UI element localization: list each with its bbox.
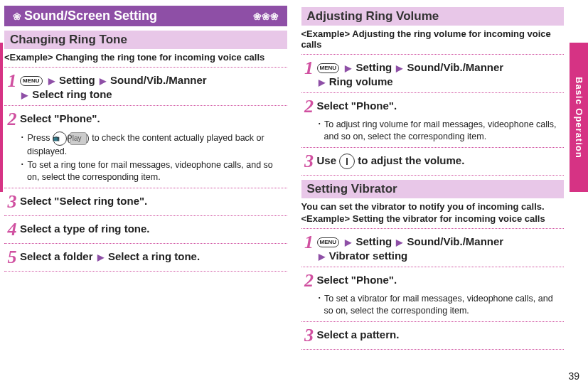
step-notes: ･ To set a vibrator for mail messages, v… bbox=[317, 293, 565, 317]
note-text: To set a vibrator for mail messages, vid… bbox=[324, 294, 553, 316]
step-text: Select a folder bbox=[20, 250, 93, 262]
step-number: 2 bbox=[301, 272, 317, 290]
step-2: 2 Select "Phone". bbox=[4, 110, 287, 129]
play-label: Play bbox=[70, 132, 86, 145]
example-text: <Example> Changing the ring tone for inc… bbox=[4, 52, 287, 63]
chevron-right-icon: ▶ bbox=[396, 63, 402, 73]
step-title: Select a pattern. bbox=[317, 326, 565, 342]
step-title: Select "Phone". bbox=[317, 97, 565, 113]
section-banner: ❀ Sound/Screen Setting ❀❀❀ bbox=[4, 6, 287, 26]
step-title: Select "Phone". bbox=[317, 272, 565, 287]
chevron-right-icon: ▶ bbox=[345, 63, 351, 73]
step-text: Use bbox=[317, 154, 340, 166]
step-text: to adjust the volume. bbox=[358, 154, 464, 166]
step-3: 3 Select "Select ring tone". bbox=[4, 193, 287, 211]
step-text: Sound/Vib./Manner bbox=[407, 235, 504, 247]
step-body: Select a folder ▶ Select a ring tone. bbox=[20, 248, 287, 264]
step-notes: ･ To adjust ring volume for mail message… bbox=[317, 119, 565, 143]
example-text: <Example> Adjusting the ring volume for … bbox=[301, 28, 565, 50]
step-body: MENU ▶ Setting ▶ Sound/Vib./Manner ▶ Rin… bbox=[317, 59, 565, 88]
step-number: 1 bbox=[301, 59, 317, 77]
left-column: ❀ Sound/Screen Setting ❀❀❀ Changing Ring… bbox=[0, 0, 294, 386]
divider bbox=[301, 349, 565, 350]
menu-icon: MENU bbox=[317, 237, 340, 247]
chevron-right-icon: ▶ bbox=[48, 76, 55, 86]
dpad-icon bbox=[339, 154, 355, 169]
step-text: Sound/Vib./Manner bbox=[407, 61, 504, 73]
banner-title: Sound/Screen Setting bbox=[24, 9, 157, 23]
note-text: To set a ring tone for mail messages, vi… bbox=[27, 160, 273, 182]
step-text: Setting bbox=[356, 61, 392, 73]
divider bbox=[4, 215, 287, 216]
chevron-right-icon: ▶ bbox=[100, 76, 106, 86]
sub-header-adjusting-ring-volume: Adjusting Ring Volume bbox=[301, 7, 565, 26]
divider bbox=[301, 267, 565, 267]
step-4: 4 Select a type of ring tone. bbox=[4, 220, 287, 239]
divider bbox=[301, 175, 565, 176]
divider bbox=[301, 321, 565, 322]
step-1: 1 MENU ▶ Setting ▶ Sound/Vib./Manner ▶ V… bbox=[301, 233, 565, 262]
divider bbox=[4, 271, 287, 272]
note-text: Press bbox=[27, 133, 52, 143]
example-text: <Example> Setting the vibrator for incom… bbox=[301, 213, 565, 224]
step-text: Setting bbox=[356, 235, 392, 247]
divider bbox=[301, 54, 565, 55]
step-number: 1 bbox=[4, 72, 20, 90]
right-column: Adjusting Ring Volume <Example> Adjustin… bbox=[294, 0, 589, 386]
chevron-right-icon: ▶ bbox=[21, 90, 28, 100]
chevron-right-icon: ▶ bbox=[97, 252, 104, 262]
divider bbox=[4, 67, 287, 68]
step-number: 4 bbox=[4, 220, 20, 239]
step-3: 3 Select a pattern. bbox=[301, 326, 565, 345]
step-number: 3 bbox=[4, 193, 20, 211]
step-2: 2 Select "Phone". bbox=[301, 272, 565, 290]
step-text: Setting bbox=[59, 74, 95, 86]
step-number: 2 bbox=[301, 97, 317, 116]
page-number: 39 bbox=[568, 370, 579, 382]
step-number: 3 bbox=[301, 152, 317, 171]
step-title: Select "Phone". bbox=[20, 112, 100, 124]
flower-icon: ❀ bbox=[13, 11, 21, 22]
step-3: 3 Use to adjust the volume. bbox=[301, 152, 565, 171]
lead-text: You can set the vibrator to notify you o… bbox=[301, 201, 565, 212]
note-text: To adjust ring volume for mail messages,… bbox=[324, 119, 557, 141]
step-1: 1 MENU ▶ Setting ▶ Sound/Vib./Manner ▶ R… bbox=[301, 59, 565, 88]
divider bbox=[4, 188, 287, 188]
tv-icon: 📺 bbox=[53, 132, 67, 146]
step-number: 1 bbox=[301, 233, 317, 252]
menu-icon: MENU bbox=[317, 63, 340, 73]
menu-icon: MENU bbox=[20, 76, 43, 86]
chevron-right-icon: ▶ bbox=[396, 237, 402, 247]
sub-header-changing-ring-tone: Changing Ring Tone bbox=[4, 31, 287, 49]
step-5: 5 Select a folder ▶ Select a ring tone. bbox=[4, 248, 287, 267]
step-body: Use to adjust the volume. bbox=[317, 152, 565, 169]
step-body: MENU ▶ Setting ▶ Sound/Vib./Manner ▶ Vib… bbox=[317, 233, 565, 262]
step-text: Select a ring tone. bbox=[108, 250, 200, 262]
step-text: Select ring tone bbox=[32, 88, 112, 100]
divider bbox=[301, 147, 565, 148]
step-text: Ring volume bbox=[329, 75, 393, 87]
sub-header-setting-vibrator: Setting Vibrator bbox=[301, 180, 565, 198]
step-number: 5 bbox=[4, 248, 20, 267]
step-title: Select "Select ring tone". bbox=[20, 193, 287, 208]
chevron-right-icon: ▶ bbox=[345, 237, 351, 247]
chevron-right-icon: ▶ bbox=[319, 252, 325, 262]
step-number: 2 bbox=[4, 110, 20, 129]
chevron-right-icon: ▶ bbox=[319, 77, 325, 87]
step-notes: ･ Press 📺(Play) to check the content act… bbox=[20, 132, 287, 183]
step-2: 2 Select "Phone". bbox=[301, 97, 565, 116]
divider bbox=[4, 105, 287, 106]
step-text: Vibrator setting bbox=[329, 250, 408, 262]
divider bbox=[4, 243, 287, 244]
step-1: 1 MENU ▶ Setting ▶ Sound/Vib./Manner ▶ S… bbox=[4, 72, 287, 101]
step-body: MENU ▶ Setting ▶ Sound/Vib./Manner ▶ Sel… bbox=[20, 72, 287, 101]
step-body: Select "Phone". bbox=[20, 110, 287, 126]
divider bbox=[301, 228, 565, 229]
divider bbox=[301, 92, 565, 93]
step-number: 3 bbox=[301, 326, 317, 345]
flower-icon: ❀❀❀ bbox=[253, 11, 279, 22]
step-text: Sound/Vib./Manner bbox=[110, 74, 207, 86]
step-title: Select a type of ring tone. bbox=[20, 220, 287, 236]
